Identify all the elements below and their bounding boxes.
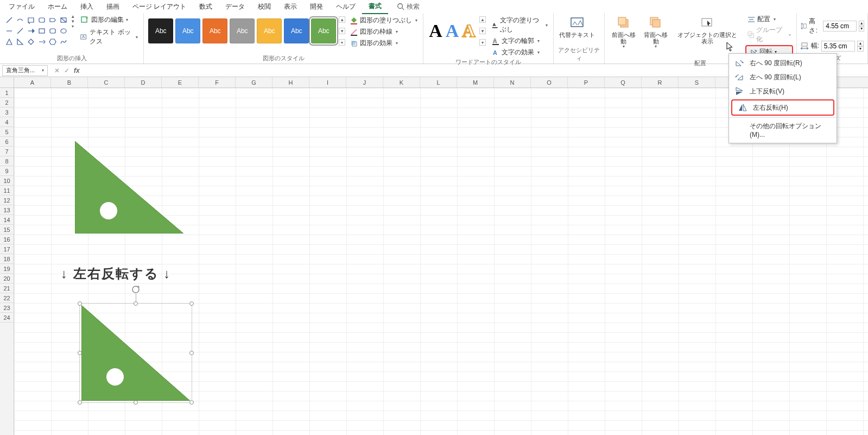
column-header[interactable]: G bbox=[236, 77, 273, 87]
row-header[interactable]: 6 bbox=[0, 137, 14, 147]
row-header[interactable]: 16 bbox=[0, 235, 14, 244]
column-header[interactable]: L bbox=[420, 77, 457, 87]
column-header[interactable]: H bbox=[273, 77, 309, 87]
column-header[interactable]: Q bbox=[605, 77, 642, 87]
row-header[interactable]: 13 bbox=[0, 205, 14, 215]
bring-forward-button[interactable]: 前面へ移動▾ bbox=[608, 14, 639, 51]
wordart-gallery[interactable]: A A A ▲▼▾ bbox=[427, 14, 489, 48]
row-header[interactable]: 10 bbox=[0, 176, 14, 186]
text-effects-button[interactable]: A文字の効果▾ bbox=[490, 47, 550, 58]
column-header[interactable]: B bbox=[51, 77, 88, 87]
menu-flip-vertical[interactable]: 上下反転(V) bbox=[729, 84, 837, 98]
row-header[interactable]: 18 bbox=[0, 254, 14, 264]
style-swatch-6[interactable]: Abc bbox=[311, 18, 336, 43]
formula-cancel-button[interactable]: ✕ bbox=[54, 67, 60, 74]
tab-format[interactable]: 書式 bbox=[362, 0, 388, 14]
row-header[interactable]: 17 bbox=[0, 244, 14, 254]
row-header[interactable]: 20 bbox=[0, 274, 14, 283]
width-input[interactable] bbox=[821, 41, 855, 52]
menu-more-rotation[interactable]: その他の回転オプション(M)... bbox=[729, 119, 837, 141]
row-header[interactable]: 24 bbox=[0, 313, 14, 323]
row-header[interactable]: 21 bbox=[0, 283, 14, 293]
shape-fill-button[interactable]: 図形の塗りつぶし▾ bbox=[348, 15, 420, 26]
column-header[interactable]: D bbox=[125, 77, 162, 87]
column-header[interactable]: F bbox=[199, 77, 236, 87]
column-header[interactable]: R bbox=[642, 77, 679, 87]
style-gallery-scroll[interactable]: ▲▼▾ bbox=[338, 16, 346, 46]
edit-shape-button[interactable]: 図形の編集▾ bbox=[78, 14, 140, 26]
column-header[interactable]: A bbox=[14, 77, 51, 87]
column-header[interactable]: C bbox=[88, 77, 125, 87]
row-headers[interactable]: 123456789101112131415161718192021222324 bbox=[0, 77, 14, 435]
shape-triangle-1[interactable]: 2 bbox=[75, 141, 183, 235]
row-header[interactable]: 2 bbox=[0, 98, 14, 108]
row-header[interactable]: 15 bbox=[0, 225, 14, 235]
tab-data[interactable]: データ bbox=[219, 0, 251, 14]
shape-gallery[interactable] bbox=[3, 14, 69, 48]
row-header[interactable]: 11 bbox=[0, 186, 14, 196]
style-swatch-4[interactable]: Abc bbox=[257, 18, 282, 43]
wordart-style-3[interactable]: A bbox=[462, 21, 476, 41]
menu-rotate-left-90[interactable]: 左へ 90 度回転(L) bbox=[729, 70, 837, 84]
align-button[interactable]: 配置▾ bbox=[745, 14, 793, 24]
column-header[interactable]: S bbox=[679, 77, 715, 87]
row-header[interactable]: 19 bbox=[0, 264, 14, 274]
insert-function-button[interactable]: fx bbox=[74, 67, 80, 74]
alt-text-button[interactable]: 代替テキスト bbox=[557, 14, 597, 39]
tab-review[interactable]: 校閲 bbox=[251, 0, 277, 14]
style-swatch-5[interactable]: Abc bbox=[284, 18, 309, 43]
column-header[interactable]: I bbox=[309, 77, 346, 87]
search-box[interactable]: 検索 bbox=[397, 2, 420, 11]
row-header[interactable]: 1 bbox=[0, 88, 14, 98]
row-header[interactable]: 22 bbox=[0, 293, 14, 303]
rotation-handle[interactable] bbox=[131, 285, 140, 294]
name-box[interactable]: 直角三角...▾ bbox=[2, 65, 48, 76]
shape-triangle-2[interactable]: 2 bbox=[81, 305, 190, 402]
column-header[interactable]: J bbox=[346, 77, 383, 87]
height-input[interactable] bbox=[823, 21, 857, 31]
send-backward-button[interactable]: 背面へ移動▾ bbox=[641, 14, 672, 51]
style-swatch-3[interactable]: Abc bbox=[230, 18, 255, 43]
row-header[interactable]: 8 bbox=[0, 156, 14, 166]
row-header[interactable]: 23 bbox=[0, 303, 14, 313]
shape-outline-button[interactable]: 図形の枠線▾ bbox=[348, 27, 420, 37]
wordart-style-2[interactable]: A bbox=[446, 21, 459, 41]
tab-home[interactable]: ホーム bbox=[41, 0, 74, 14]
style-swatch-0[interactable]: Abc bbox=[148, 18, 173, 43]
height-spinner[interactable]: ▲▼ bbox=[859, 21, 864, 31]
tab-pagelayout[interactable]: ページ レイアウト bbox=[126, 0, 193, 14]
row-header[interactable]: 4 bbox=[0, 117, 14, 127]
row-header[interactable]: 3 bbox=[0, 108, 14, 117]
resize-handle-br[interactable] bbox=[189, 400, 194, 405]
row-header[interactable]: 14 bbox=[0, 215, 14, 225]
column-header[interactable]: P bbox=[568, 77, 605, 87]
tab-developer[interactable]: 開発 bbox=[303, 0, 330, 14]
resize-handle-mr[interactable] bbox=[189, 351, 194, 355]
column-header[interactable]: E bbox=[162, 77, 199, 87]
tab-view[interactable]: 表示 bbox=[277, 0, 303, 14]
formula-confirm-button[interactable]: ✓ bbox=[64, 67, 69, 74]
textbox-button[interactable]: A テキスト ボックス▾ bbox=[78, 27, 140, 47]
shape-effects-button[interactable]: 図形の効果▾ bbox=[348, 38, 420, 48]
shape-style-gallery[interactable]: Abc Abc Abc Abc Abc Abc Abc ▲▼▾ bbox=[147, 14, 347, 48]
text-fill-button[interactable]: A文字の塗りつぶし▾ bbox=[490, 15, 550, 35]
column-header[interactable]: M bbox=[457, 77, 494, 87]
column-header[interactable]: K bbox=[383, 77, 420, 87]
wordart-gallery-scroll[interactable]: ▲▼▾ bbox=[479, 16, 486, 46]
column-header[interactable]: O bbox=[531, 77, 568, 87]
tab-insert[interactable]: 挿入 bbox=[74, 0, 100, 14]
tab-formulas[interactable]: 数式 bbox=[193, 0, 219, 14]
shape-gallery-expand[interactable]: ▲▼▾ bbox=[71, 14, 75, 29]
row-header[interactable]: 9 bbox=[0, 166, 14, 176]
row-header[interactable]: 12 bbox=[0, 196, 14, 205]
row-header[interactable]: 7 bbox=[0, 147, 14, 156]
select-all-corner[interactable] bbox=[0, 77, 14, 88]
wordart-style-1[interactable]: A bbox=[429, 21, 442, 41]
menu-flip-horizontal[interactable]: 左右反転(H) bbox=[731, 99, 834, 116]
tab-file[interactable]: ファイル bbox=[2, 0, 41, 14]
column-header[interactable]: N bbox=[494, 77, 531, 87]
tab-help[interactable]: ヘルプ bbox=[330, 0, 362, 14]
style-swatch-1[interactable]: Abc bbox=[175, 18, 200, 43]
style-swatch-2[interactable]: Abc bbox=[202, 18, 227, 43]
resize-handle-tr[interactable] bbox=[189, 301, 194, 306]
